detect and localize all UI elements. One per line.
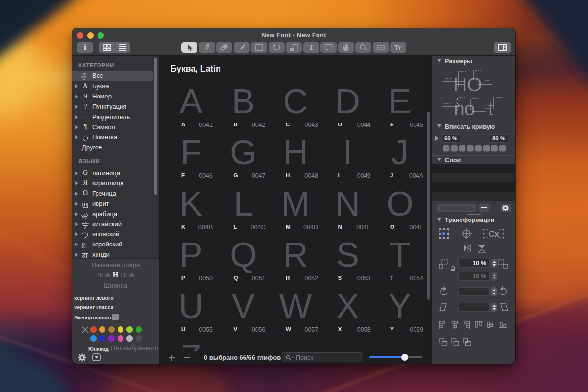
- svg-text:O: O: [386, 184, 413, 223]
- svg-text:C: C: [283, 82, 308, 121]
- svg-text:D: D: [335, 82, 360, 121]
- svg-text:P: P: [179, 235, 202, 274]
- svg-text:I: I: [343, 133, 353, 172]
- svg-text:A: A: [179, 82, 203, 121]
- svg-text:V: V: [232, 287, 255, 325]
- svg-text:ъќ: ъќ: [82, 77, 86, 81]
- svg-text:Y: Y: [388, 287, 411, 325]
- svg-text:E: E: [388, 82, 411, 121]
- svg-text:W: W: [279, 287, 312, 325]
- svg-text:t: t: [488, 98, 493, 119]
- svg-text:L: L: [234, 184, 253, 223]
- svg-text:R: R: [283, 235, 308, 274]
- svg-text:N: N: [335, 184, 360, 223]
- svg-text:B: B: [232, 82, 255, 121]
- svg-text:G: G: [230, 133, 257, 172]
- svg-text:Cx: Cx: [489, 229, 499, 239]
- svg-text:U: U: [178, 287, 203, 325]
- svg-text:F: F: [180, 133, 201, 172]
- svg-text:K: K: [179, 184, 202, 223]
- svg-text:X: X: [336, 287, 359, 325]
- svg-text:HO: HO: [453, 74, 482, 95]
- svg-text:M: M: [281, 184, 310, 223]
- svg-text:S: S: [336, 235, 359, 274]
- svg-text:H: H: [283, 133, 308, 172]
- svg-text:T: T: [389, 235, 410, 274]
- svg-text:Q: Q: [230, 235, 257, 274]
- svg-text:J: J: [391, 133, 409, 172]
